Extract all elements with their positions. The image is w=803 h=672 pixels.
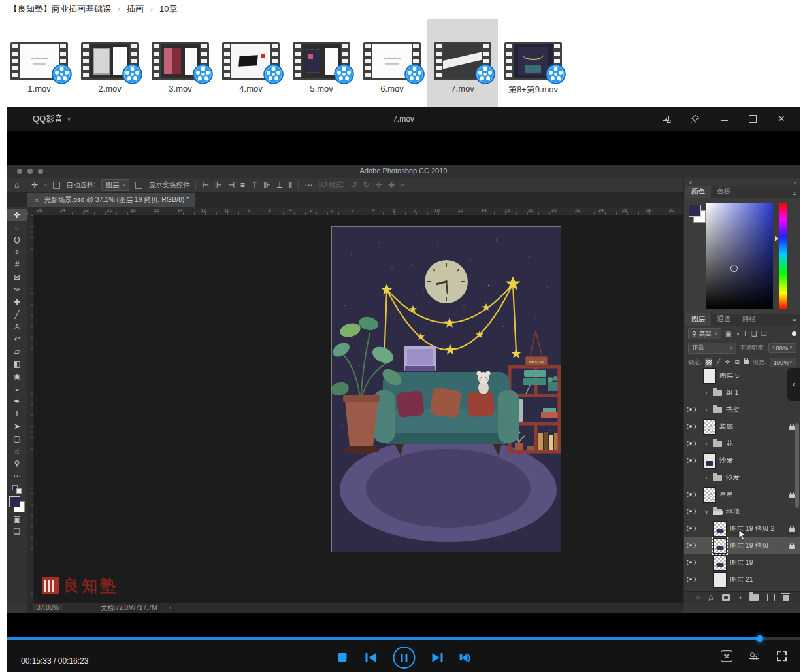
layer-visibility-toggle[interactable] bbox=[684, 486, 698, 503]
history-brush-tool[interactable]: ↶ bbox=[7, 333, 27, 345]
layer-visibility-toggle[interactable] bbox=[684, 469, 698, 486]
layer-filter-dropdown[interactable]: ⚲ 类型 ∨ bbox=[688, 328, 721, 339]
zoom-level-field[interactable]: 37.08% bbox=[33, 604, 63, 611]
breadcrumb-item[interactable]: 【良知塾】商业插画基础课 bbox=[9, 3, 111, 15]
settings-button[interactable] bbox=[748, 650, 760, 662]
breadcrumb-item[interactable]: 10章 bbox=[159, 3, 177, 15]
crop-tool[interactable]: # bbox=[7, 258, 27, 271]
heal-tool[interactable]: ✚ bbox=[7, 295, 27, 308]
video-file-item[interactable]: 1.mov bbox=[4, 19, 74, 107]
shape-tool[interactable]: ▢ bbox=[7, 432, 27, 445]
filter-toggle-icon[interactable] bbox=[792, 331, 796, 336]
player-titlebar[interactable]: QQ影音 ∨ 7.mov ✕ bbox=[7, 107, 800, 131]
default-colors-icon[interactable] bbox=[12, 485, 22, 494]
hue-slider-arrow[interactable] bbox=[775, 236, 778, 241]
align-center-v-icon[interactable]: ⊪ bbox=[263, 180, 270, 190]
layer-visibility-toggle[interactable] bbox=[684, 418, 698, 435]
pen-tool[interactable]: ✒ bbox=[7, 395, 27, 407]
seek-bar[interactable] bbox=[7, 637, 800, 640]
move-tool[interactable]: ✛ bbox=[7, 209, 27, 221]
eraser-tool[interactable]: ▱ bbox=[7, 345, 27, 358]
stamp-tool[interactable]: ♙ bbox=[7, 320, 27, 333]
video-file-item[interactable]: 6.mov bbox=[357, 19, 427, 107]
foreground-color-swatch[interactable] bbox=[689, 205, 701, 217]
layer-row[interactable]: ›花 bbox=[684, 435, 800, 452]
video-file-item[interactable]: 第8+第9.mov bbox=[498, 19, 568, 107]
layer-visibility-toggle[interactable] bbox=[684, 571, 698, 588]
layer-row[interactable]: ›组 1 bbox=[684, 384, 800, 401]
seek-handle[interactable] bbox=[757, 635, 763, 642]
gradient-tool[interactable]: ◧ bbox=[7, 358, 27, 370]
filter-pixel-layers-icon[interactable]: ▣ bbox=[725, 330, 731, 337]
layer-visibility-toggle[interactable] bbox=[684, 537, 698, 554]
color-swatches[interactable] bbox=[8, 496, 25, 512]
screen-mode-icon[interactable]: ❏ bbox=[7, 525, 27, 537]
screenshot-tool-button[interactable]: ⚒ bbox=[721, 650, 732, 662]
align-top-icon[interactable]: ⊤ bbox=[251, 180, 257, 190]
layer-visibility-toggle[interactable] bbox=[684, 520, 698, 537]
group-expand-icon[interactable]: › bbox=[704, 475, 709, 481]
type-tool[interactable]: T bbox=[7, 407, 27, 420]
show-transform-checkbox[interactable] bbox=[135, 182, 142, 189]
add-mask-icon[interactable] bbox=[722, 594, 730, 601]
breadcrumb-item[interactable]: 插画 bbox=[127, 3, 144, 15]
layer-visibility-toggle[interactable] bbox=[684, 384, 698, 401]
marquee-tool[interactable]: ◌ bbox=[7, 221, 27, 233]
close-button[interactable]: ✕ bbox=[776, 113, 787, 125]
layer-visibility-toggle[interactable] bbox=[684, 452, 698, 469]
fill-dropdown[interactable]: 100% ∨ bbox=[770, 358, 796, 367]
tab-channels[interactable]: 通道 bbox=[711, 313, 736, 326]
foreground-color-swatch[interactable] bbox=[9, 496, 20, 507]
align-right-icon[interactable]: ⊣ bbox=[227, 180, 234, 190]
frame-tool[interactable]: ⊠ bbox=[7, 271, 27, 283]
minimize-button[interactable] bbox=[718, 113, 730, 125]
layer-visibility-toggle[interactable] bbox=[684, 401, 698, 418]
lock-position-icon[interactable]: ✛ bbox=[725, 358, 730, 367]
blur-tool[interactable]: ◉ bbox=[7, 370, 27, 382]
video-file-item[interactable]: 5.mov bbox=[286, 19, 357, 107]
status-chevron-icon[interactable]: › bbox=[169, 605, 171, 611]
pin-button[interactable] bbox=[689, 113, 701, 125]
layer-row[interactable]: 图层 5 bbox=[684, 367, 800, 384]
video-file-item[interactable]: 4.mov bbox=[216, 19, 286, 107]
auto-select-checkbox[interactable] bbox=[53, 182, 60, 189]
app-menu-button[interactable]: QQ影音 ∨ bbox=[33, 107, 71, 131]
delete-layer-icon[interactable] bbox=[783, 595, 789, 601]
layer-style-icon[interactable]: fx bbox=[709, 594, 714, 601]
playlist-drawer-handle[interactable]: ‹ bbox=[787, 368, 800, 401]
zoom-tool[interactable]: ⚲ bbox=[7, 457, 27, 469]
fullscreen-button[interactable] bbox=[776, 650, 787, 662]
panel-menu-icon[interactable]: ≡ bbox=[793, 190, 796, 197]
video-file-item[interactable]: 3.mov bbox=[145, 19, 216, 107]
path-select-tool[interactable]: ➤ bbox=[7, 420, 27, 432]
panel-collapse-icon[interactable]: » bbox=[793, 180, 796, 186]
opacity-dropdown[interactable]: 100% ∨ bbox=[768, 343, 796, 353]
mini-mode-button[interactable] bbox=[661, 113, 672, 125]
layer-visibility-toggle[interactable] bbox=[684, 554, 698, 571]
group-expand-icon[interactable]: › bbox=[704, 390, 709, 396]
pause-button[interactable] bbox=[393, 647, 415, 669]
lasso-tool[interactable]: Ϙ bbox=[7, 233, 27, 246]
quick-mask-icon[interactable]: ▣ bbox=[7, 512, 27, 525]
wand-tool[interactable]: ✧ bbox=[7, 246, 27, 258]
adjustment-layer-icon[interactable]: ◑ bbox=[738, 594, 742, 601]
previous-button[interactable] bbox=[365, 653, 376, 662]
align-bottom-icon[interactable]: ⊥ bbox=[276, 180, 283, 190]
distribute-h-icon[interactable]: ≡ bbox=[240, 180, 245, 190]
dodge-tool[interactable]: ◒ bbox=[7, 382, 27, 395]
hue-strip[interactable] bbox=[779, 203, 787, 309]
new-layer-icon[interactable] bbox=[767, 594, 775, 601]
group-expand-icon[interactable]: › bbox=[704, 441, 709, 447]
lock-all-icon[interactable] bbox=[744, 358, 749, 367]
video-file-item[interactable]: 2.mov bbox=[74, 19, 145, 107]
video-surface[interactable]: Adobe Photoshop CC 2019 ⌂ ✛ ∨ 自动选择: 图层 ∨… bbox=[7, 131, 800, 637]
lock-transparent-icon[interactable] bbox=[705, 358, 712, 367]
volume-button[interactable]: ) bbox=[459, 653, 470, 662]
auto-select-dropdown[interactable]: 图层 ∨ bbox=[101, 179, 129, 191]
link-layers-icon[interactable]: ∞ bbox=[696, 594, 700, 601]
layer-row[interactable]: 星星 bbox=[684, 486, 800, 503]
layer-row[interactable]: ∨地毯 bbox=[684, 503, 800, 520]
layer-visibility-toggle[interactable] bbox=[684, 367, 698, 384]
align-center-h-icon[interactable]: ⊩ bbox=[215, 180, 221, 190]
move-tool-icon[interactable]: ✛ bbox=[31, 180, 38, 190]
